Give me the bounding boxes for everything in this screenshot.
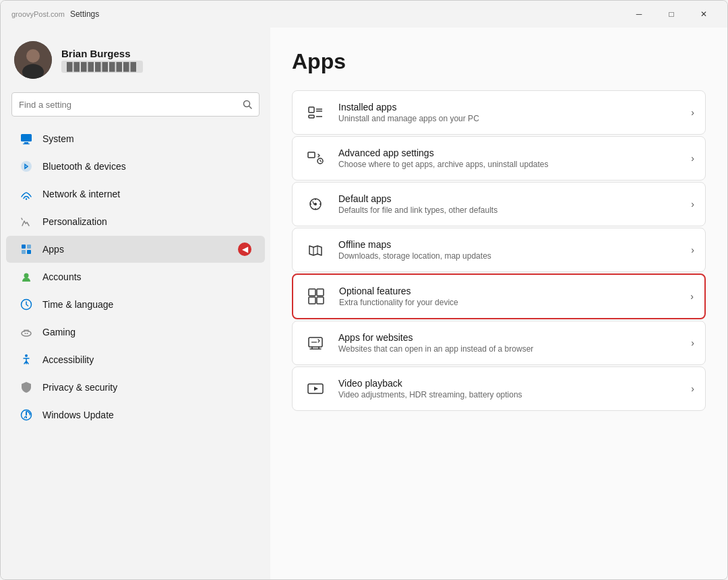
title-bar: groovyPost.com Settings ─ □ ✕ [1,1,727,28]
svg-rect-11 [22,245,26,249]
settings-card-optional-features[interactable]: Optional features Extra functionality fo… [292,273,706,319]
privacy-icon [20,381,33,394]
svg-point-18 [25,333,26,334]
optional-features-title: Optional features [339,286,679,296]
sidebar-item-privacy[interactable]: Privacy & security [6,374,265,401]
sidebar-item-label-system: System [42,133,251,144]
sidebar-item-accessibility[interactable]: Accessibility [6,346,265,373]
svg-rect-6 [21,134,32,141]
sidebar-item-label-gaming: Gaming [42,327,251,337]
apps-for-websites-title: Apps for websites [338,332,680,343]
svg-point-15 [24,273,29,278]
sidebar-item-accounts[interactable]: Accounts [6,263,265,290]
apps-icon [20,243,33,256]
optional-features-chevron: › [690,291,694,302]
offline-maps-desc: Downloads, storage location, map updates [338,251,680,261]
optional-features-icon [304,284,328,309]
close-button[interactable]: ✕ [688,3,719,25]
svg-rect-22 [309,107,314,112]
sidebar-item-windows-update[interactable]: Windows Update [6,401,265,428]
video-playback-text: Video playback Video adjustments, HDR st… [338,378,680,399]
sidebar-item-label-time: Time & language [42,299,251,310]
svg-line-5 [249,106,252,109]
main-layout: Brian Burgess ██████████ [1,28,727,579]
default-apps-desc: Defaults for file and link types, other … [338,205,680,215]
advanced-app-settings-chevron: › [691,153,694,164]
bluetooth-icon [20,160,33,173]
optional-features-text: Optional features Extra functionality fo… [339,286,679,307]
content-area: Apps Installed apps [270,28,727,579]
installed-apps-chevron: › [691,107,694,118]
sidebar-item-time[interactable]: Time & language [6,291,265,318]
svg-rect-42 [317,297,324,304]
advanced-app-settings-icon [303,146,328,170]
user-name: Brian Burgess [61,48,143,59]
video-playback-title: Video playback [338,378,680,389]
svg-point-10 [26,198,27,199]
svg-point-20 [25,354,28,357]
page-title: Apps [292,49,706,74]
svg-rect-27 [308,152,315,158]
svg-line-30 [320,161,322,162]
user-email: ██████████ [61,61,143,73]
svg-rect-41 [309,297,315,304]
avatar-image [14,41,52,79]
sidebar-item-label-bluetooth: Bluetooth & devices [42,161,251,172]
offline-maps-chevron: › [691,245,694,255]
sidebar-item-personalization[interactable]: Personalization [6,208,265,235]
window-title: Settings [70,9,99,19]
sidebar: Brian Burgess ██████████ [1,28,270,579]
offline-maps-text: Offline maps Downloads, storage location… [338,239,680,261]
apps-for-websites-chevron: › [691,337,694,348]
title-bar-left: groovyPost.com Settings [11,9,99,19]
offline-maps-title: Offline maps [338,239,680,250]
settings-card-offline-maps[interactable]: Offline maps Downloads, storage location… [292,228,706,272]
svg-rect-8 [23,143,30,144]
accessibility-icon [20,353,33,366]
settings-card-apps-for-websites[interactable]: Apps for websites Websites that can open… [292,321,706,365]
offline-maps-icon [303,238,328,262]
default-apps-text: Default apps Defaults for file and link … [338,193,680,215]
apps-for-websites-desc: Websites that can open in an app instead… [338,344,680,354]
sidebar-item-bluetooth[interactable]: Bluetooth & devices [6,153,265,180]
video-playback-chevron: › [691,383,694,394]
search-box [11,92,260,117]
default-apps-chevron: › [691,199,694,210]
settings-card-default-apps[interactable]: Default apps Defaults for file and link … [292,182,706,226]
settings-list: Installed apps Uninstall and manage apps… [292,90,706,411]
video-playback-icon [303,377,328,401]
advanced-app-settings-text: Advanced app settings Choose where to ge… [338,148,680,169]
settings-window: groovyPost.com Settings ─ □ ✕ [0,0,728,580]
svg-rect-39 [309,289,315,296]
svg-point-19 [27,333,28,334]
installed-apps-title: Installed apps [338,102,680,112]
apps-for-websites-icon [303,331,328,355]
advanced-app-settings-desc: Choose where to get apps, archive apps, … [338,160,680,169]
search-container [1,90,270,125]
minimize-button[interactable]: ─ [624,3,655,25]
video-playback-desc: Video adjustments, HDR streaming, batter… [338,390,680,399]
svg-rect-13 [22,250,26,254]
system-icon [20,132,33,146]
user-info: Brian Burgess ██████████ [61,48,143,73]
sidebar-item-apps[interactable]: Apps ◀ [6,236,265,263]
nav-list: System Bluetooth & devices [1,125,270,429]
sidebar-item-label-accounts: Accounts [42,271,251,282]
sidebar-item-label-accessibility: Accessibility [42,354,251,365]
sidebar-item-network[interactable]: Network & internet [6,181,265,207]
optional-features-desc: Extra functionality for your device [339,298,679,307]
user-profile: Brian Burgess ██████████ [1,36,270,90]
accounts-icon [20,270,33,284]
sidebar-item-label-apps: Apps [42,244,229,255]
settings-card-installed-apps[interactable]: Installed apps Uninstall and manage apps… [292,90,706,135]
maximize-button[interactable]: □ [656,3,687,25]
nav-active-arrow: ◀ [238,243,251,256]
search-input[interactable] [19,100,237,110]
sidebar-item-system[interactable]: System [6,125,265,152]
network-icon [20,187,33,201]
settings-card-advanced-app-settings[interactable]: Advanced app settings Choose where to ge… [292,136,706,181]
sidebar-item-label-personalization: Personalization [42,216,251,227]
svg-point-3 [27,50,39,62]
settings-card-video-playback[interactable]: Video playback Video adjustments, HDR st… [292,366,706,411]
sidebar-item-gaming[interactable]: Gaming [6,319,265,346]
